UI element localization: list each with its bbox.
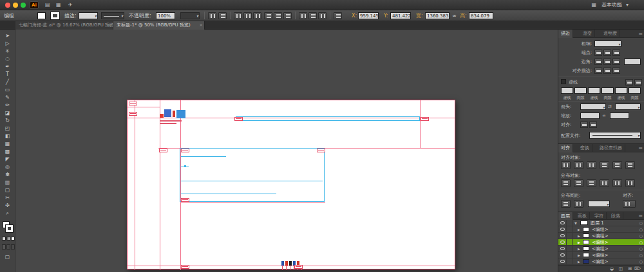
- arrow-align-tip-button[interactable]: [580, 122, 588, 128]
- zoom-tool[interactable]: ⌕: [0, 210, 15, 217]
- layer-thumbnail[interactable]: [583, 246, 589, 251]
- visibility-cell[interactable]: [558, 220, 567, 226]
- hand-tool[interactable]: ✣: [0, 202, 15, 210]
- recolor-artwork-icon[interactable]: [208, 12, 216, 19]
- visibility-cell[interactable]: [558, 233, 567, 239]
- y-field[interactable]: 481.422: [390, 12, 411, 19]
- mesh-tool[interactable]: ▦: [0, 140, 15, 148]
- layer-name[interactable]: <编组>: [592, 226, 609, 233]
- draw-normal-button[interactable]: [2, 244, 6, 249]
- chevron-down-icon[interactable]: ▾: [196, 14, 198, 18]
- chevron-down-icon[interactable]: ▾: [618, 42, 620, 46]
- lock-cell[interactable]: [567, 246, 573, 252]
- align-to-dropdown[interactable]: [623, 200, 636, 208]
- projecting-cap-button[interactable]: [612, 50, 620, 56]
- document-tab-2[interactable]: 未标题-1* @ 50% (RGB/GPU 预览)×: [113, 21, 205, 30]
- layer-row[interactable]: ▶ <编组> ○: [558, 252, 644, 258]
- align-right-button[interactable]: [587, 161, 596, 169]
- panel-menu-icon[interactable]: ≡: [638, 145, 643, 151]
- visibility-cell[interactable]: [558, 246, 567, 252]
- eye-icon[interactable]: [560, 253, 565, 257]
- stroke-weight-field[interactable]: ▾: [79, 12, 98, 19]
- visibility-cell[interactable]: [558, 226, 567, 233]
- target-icon[interactable]: ○: [639, 233, 643, 239]
- dash-field-1[interactable]: [561, 87, 573, 94]
- layer-thumbnail[interactable]: [583, 233, 589, 238]
- chevron-down-icon[interactable]: ▾: [626, 2, 629, 8]
- lock-cell[interactable]: [567, 258, 573, 265]
- dash-field-3[interactable]: [615, 87, 627, 94]
- visibility-cell[interactable]: [558, 239, 567, 246]
- none-mode-button[interactable]: [11, 237, 15, 240]
- eye-icon[interactable]: [560, 228, 565, 231]
- anchor-point[interactable]: [184, 165, 186, 167]
- selected-header-rect[interactable]: [236, 116, 420, 121]
- tab-transparency[interactable]: 透明度: [601, 30, 620, 38]
- layer-row-selected[interactable]: ▶ <编组> ○: [558, 239, 644, 246]
- draw-behind-button[interactable]: [6, 244, 10, 249]
- window-minimize-button[interactable]: [13, 3, 18, 8]
- tab-align[interactable]: 对齐: [558, 144, 573, 152]
- chevron-down-icon[interactable]: ▾: [95, 14, 97, 18]
- vertical-align-bottom-icon[interactable]: [283, 12, 292, 19]
- visibility-cell[interactable]: [558, 252, 567, 258]
- color-mode-button[interactable]: [2, 237, 6, 240]
- artwork-mark[interactable]: [281, 261, 284, 266]
- distribute-horizontal-icon[interactable]: [299, 12, 307, 19]
- visibility-cell[interactable]: [558, 258, 567, 265]
- pencil-tool[interactable]: ✏: [0, 102, 15, 109]
- draw-inside-button[interactable]: [11, 244, 15, 249]
- layer-name[interactable]: 图层 1: [591, 220, 604, 226]
- dash-field-2[interactable]: [588, 87, 600, 94]
- eye-icon[interactable]: [560, 260, 565, 263]
- layer-row[interactable]: ▶ <编组> ○: [558, 233, 644, 239]
- distribute-left-button[interactable]: [600, 179, 609, 187]
- dashed-line-checkbox[interactable]: [561, 79, 566, 84]
- swap-arrowheads-icon[interactable]: ⇄: [608, 104, 612, 110]
- workspace-switcher[interactable]: 基本功能: [601, 2, 622, 8]
- arrow-scale-start-field[interactable]: [580, 113, 600, 119]
- canvas[interactable]: [15, 30, 558, 272]
- selected-line[interactable]: [181, 194, 276, 194]
- line-segment-tool[interactable]: ╱: [0, 78, 15, 86]
- screen-mode-button[interactable]: ▢: [0, 253, 15, 261]
- target-icon[interactable]: ○: [639, 252, 643, 258]
- window-close-button[interactable]: [5, 3, 10, 8]
- layer-thumbnail[interactable]: [583, 227, 589, 231]
- x-field[interactable]: 959.145: [358, 12, 379, 19]
- gpu-performance-icon[interactable]: ✈: [68, 2, 73, 8]
- dash-preserve-button[interactable]: [625, 79, 633, 86]
- artboard-tool[interactable]: ▢: [0, 186, 15, 194]
- artboard[interactable]: [127, 100, 455, 269]
- close-icon[interactable]: ×: [108, 21, 111, 30]
- distribute-h-center-button[interactable]: [612, 179, 622, 187]
- arrow-scale-end-field[interactable]: [610, 113, 629, 119]
- symbol-sprayer-tool[interactable]: ✽: [0, 171, 15, 179]
- tab-gradient[interactable]: 渐变: [580, 30, 595, 38]
- chevron-down-icon[interactable]: ▾: [638, 105, 639, 109]
- align-to-selection-icon[interactable]: [318, 12, 327, 19]
- delete-layer-icon[interactable]: ⌦: [634, 266, 641, 272]
- tab-layers[interactable]: 图层: [558, 212, 573, 220]
- target-icon[interactable]: ○: [639, 246, 643, 252]
- tab-paragraph[interactable]: 段落: [609, 212, 623, 220]
- horizontal-align-left-icon[interactable]: [234, 12, 242, 19]
- target-icon[interactable]: ○: [639, 239, 643, 246]
- layer-thumbnail[interactable]: [583, 253, 589, 257]
- miter-limit-field[interactable]: [624, 59, 641, 65]
- tab-transform[interactable]: 变换: [578, 144, 592, 152]
- graphic-style-dropdown[interactable]: ▾: [180, 12, 200, 19]
- make-clipping-mask-icon[interactable]: ◒: [610, 266, 614, 272]
- layer-thumbnail[interactable]: [583, 240, 589, 244]
- target-icon[interactable]: ○: [639, 226, 643, 233]
- arrange-documents-icon[interactable]: ▤: [45, 2, 50, 8]
- width-field[interactable]: 1360.383: [425, 12, 450, 19]
- lasso-tool[interactable]: ◌: [0, 55, 15, 63]
- rotate-tool[interactable]: ↻: [0, 117, 15, 125]
- eye-icon[interactable]: [560, 247, 565, 250]
- width-profile-dropdown[interactable]: ▾: [589, 132, 641, 139]
- arrowhead-end-dropdown[interactable]: ▾: [615, 104, 641, 110]
- chevron-down-icon[interactable]: ▾: [121, 14, 123, 18]
- eye-icon[interactable]: [560, 234, 565, 237]
- layer-name[interactable]: <编组>: [592, 258, 609, 265]
